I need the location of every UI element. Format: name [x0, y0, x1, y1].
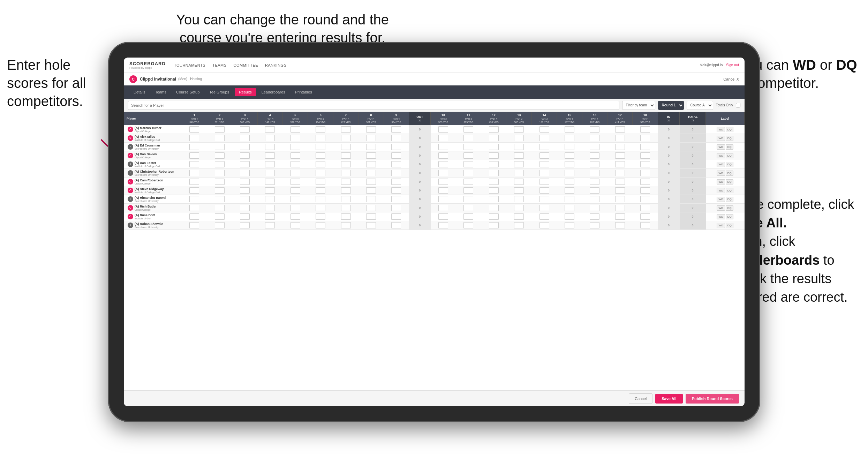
score-input-h17[interactable]: [615, 152, 625, 159]
score-input-h2[interactable]: [215, 205, 225, 211]
score-input-h18[interactable]: [640, 170, 650, 176]
score-input-h7[interactable]: [341, 205, 351, 211]
score-input-h15[interactable]: [565, 205, 574, 211]
score-input-h14[interactable]: [539, 196, 549, 202]
dq-button[interactable]: DQ: [726, 188, 733, 193]
score-input-h16[interactable]: [590, 144, 599, 150]
score-input-h12[interactable]: [489, 135, 499, 141]
score-input-h15[interactable]: [565, 196, 574, 202]
score-input-h18[interactable]: [640, 126, 650, 133]
score-input-h1[interactable]: [189, 126, 199, 133]
score-input-h9[interactable]: [391, 187, 401, 194]
wd-button[interactable]: WD: [717, 144, 725, 150]
score-input-h4[interactable]: [265, 135, 275, 141]
score-input-h8[interactable]: [366, 196, 376, 202]
score-input-h4[interactable]: [265, 213, 275, 220]
score-input-h7[interactable]: [341, 135, 351, 141]
dq-button[interactable]: DQ: [726, 153, 733, 158]
score-input-h3[interactable]: [240, 135, 250, 141]
dq-button[interactable]: DQ: [726, 214, 733, 219]
sign-out-link[interactable]: Sign out: [726, 63, 739, 67]
score-input-h17[interactable]: [615, 205, 625, 211]
score-input-h16[interactable]: [590, 205, 599, 211]
dq-button[interactable]: DQ: [726, 162, 733, 167]
score-input-h4[interactable]: [265, 196, 275, 202]
score-input-h8[interactable]: [366, 205, 376, 211]
score-input-h5[interactable]: [290, 144, 300, 150]
score-input-h14[interactable]: [539, 205, 549, 211]
tab-leaderboards[interactable]: Leaderboards: [257, 88, 289, 96]
score-input-h12[interactable]: [489, 179, 499, 185]
round-select[interactable]: Round 1 Round 2 Round 3 Round 4: [658, 101, 684, 110]
score-input-h12[interactable]: [489, 213, 499, 220]
score-input-h9[interactable]: [391, 205, 401, 211]
score-input-h10[interactable]: [438, 170, 448, 176]
search-input[interactable]: [128, 101, 619, 110]
score-input-h1[interactable]: [189, 170, 199, 176]
score-input-h15[interactable]: [565, 222, 574, 228]
score-input-h11[interactable]: [463, 135, 473, 141]
score-input-h11[interactable]: [463, 205, 473, 211]
score-input-h2[interactable]: [215, 179, 225, 185]
score-input-h18[interactable]: [640, 205, 650, 211]
score-input-h13[interactable]: [514, 187, 524, 194]
score-input-h18[interactable]: [640, 135, 650, 141]
score-input-h15[interactable]: [565, 187, 574, 194]
score-input-h13[interactable]: [514, 144, 524, 150]
score-input-h3[interactable]: [240, 205, 250, 211]
score-input-h5[interactable]: [290, 187, 300, 194]
score-input-h7[interactable]: [341, 161, 351, 167]
score-input-h1[interactable]: [189, 205, 199, 211]
score-input-h6[interactable]: [316, 187, 325, 194]
score-input-h3[interactable]: [240, 179, 250, 185]
score-input-h2[interactable]: [215, 135, 225, 141]
score-input-h14[interactable]: [539, 126, 549, 133]
score-input-h14[interactable]: [539, 144, 549, 150]
score-input-h14[interactable]: [539, 187, 549, 194]
publish-button[interactable]: Publish Round Scores: [686, 394, 739, 404]
score-input-h1[interactable]: [189, 187, 199, 194]
score-input-h5[interactable]: [290, 179, 300, 185]
score-input-h13[interactable]: [514, 135, 524, 141]
score-input-h16[interactable]: [590, 222, 599, 228]
score-input-h17[interactable]: [615, 161, 625, 167]
wd-button[interactable]: WD: [717, 171, 725, 176]
score-input-h8[interactable]: [366, 152, 376, 159]
score-input-h11[interactable]: [463, 161, 473, 167]
score-input-h12[interactable]: [489, 170, 499, 176]
score-input-h13[interactable]: [514, 170, 524, 176]
score-input-h11[interactable]: [463, 213, 473, 220]
score-input-h6[interactable]: [316, 144, 325, 150]
score-input-h10[interactable]: [438, 161, 448, 167]
score-input-h9[interactable]: [391, 179, 401, 185]
score-input-h6[interactable]: [316, 213, 325, 220]
wd-button[interactable]: WD: [717, 127, 725, 132]
action-cancel-button[interactable]: Cancel: [629, 393, 652, 404]
score-input-h16[interactable]: [590, 170, 599, 176]
score-input-h4[interactable]: [265, 170, 275, 176]
score-input-h8[interactable]: [366, 161, 376, 167]
score-input-h18[interactable]: [640, 222, 650, 228]
score-input-h8[interactable]: [366, 135, 376, 141]
dq-button[interactable]: DQ: [726, 205, 733, 211]
score-input-h4[interactable]: [265, 222, 275, 228]
score-input-h4[interactable]: [265, 179, 275, 185]
score-input-h10[interactable]: [438, 126, 448, 133]
wd-button[interactable]: WD: [717, 197, 725, 202]
course-select[interactable]: Course A Course B: [687, 101, 713, 110]
score-input-h5[interactable]: [290, 222, 300, 228]
score-input-h11[interactable]: [463, 222, 473, 228]
score-input-h10[interactable]: [438, 213, 448, 220]
score-input-h14[interactable]: [539, 179, 549, 185]
score-input-h13[interactable]: [514, 196, 524, 202]
score-input-h3[interactable]: [240, 170, 250, 176]
score-input-h6[interactable]: [316, 170, 325, 176]
nav-rankings[interactable]: RANKINGS: [265, 63, 286, 67]
score-input-h12[interactable]: [489, 161, 499, 167]
dq-button[interactable]: DQ: [726, 223, 733, 228]
score-input-h11[interactable]: [463, 152, 473, 159]
score-input-h15[interactable]: [565, 135, 574, 141]
score-input-h11[interactable]: [463, 144, 473, 150]
dq-button[interactable]: DQ: [726, 171, 733, 176]
score-input-h13[interactable]: [514, 161, 524, 167]
